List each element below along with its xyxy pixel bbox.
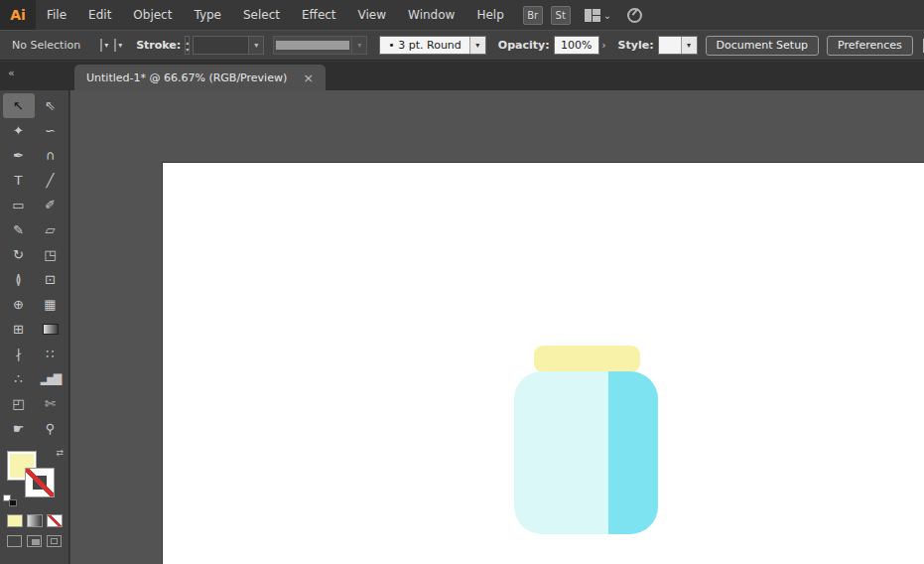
scale-tool[interactable]: ◳	[35, 242, 66, 267]
width-tool[interactable]: ≬	[3, 267, 35, 292]
menu-help[interactable]: Help	[465, 0, 514, 30]
brush-arrow-icon[interactable]: ▾	[469, 37, 485, 54]
artboard-icon: ◰	[12, 396, 24, 411]
lasso-tool[interactable]: ∽	[35, 118, 66, 143]
mesh-tool[interactable]: ⊞	[3, 317, 35, 342]
free-transform-tool[interactable]: ⊡	[35, 267, 66, 292]
fill-dropdown-icon[interactable]: ▾	[104, 41, 108, 50]
eyedropper-tool[interactable]: ∤	[3, 342, 35, 366]
draw-behind-button[interactable]	[27, 535, 42, 547]
collapse-toolbar-icon[interactable]: «	[8, 67, 15, 79]
arrange-documents-icon[interactable]	[585, 9, 600, 22]
symbol-sprayer-tool[interactable]: ∴	[3, 366, 35, 391]
document-tab[interactable]: Untitled-1* @ 66.67% (RGB/Preview) ×	[74, 65, 326, 90]
eraser-tool[interactable]: ▱	[35, 217, 66, 242]
menu-window[interactable]: Window	[397, 0, 465, 30]
gpu-performance-icon[interactable]	[627, 8, 642, 23]
fill-color-swatch[interactable]	[100, 39, 102, 52]
shape-builder-tool[interactable]: ⊕	[3, 292, 35, 317]
stepper-up-icon[interactable]: ▴	[186, 39, 189, 46]
illustrator-window: Ai File Edit Object Type Select Effect V…	[0, 0, 924, 564]
stroke-dropdown-icon[interactable]: ▾	[118, 41, 122, 50]
blend-tool[interactable]: ∷	[35, 342, 66, 366]
drawing-mode-buttons	[0, 527, 68, 547]
app-logo-text: Ai	[10, 7, 26, 23]
shaper-tool[interactable]: ✎	[3, 217, 35, 242]
stroke-weight-dropdown[interactable]: ▾	[193, 36, 264, 55]
rotate-tool[interactable]: ↻	[3, 242, 35, 267]
none-button[interactable]	[47, 514, 63, 527]
shape-builder-icon: ⊕	[13, 297, 24, 312]
menu-file[interactable]: File	[36, 0, 77, 30]
curvature-icon: ∩	[46, 148, 56, 163]
curvature-tool[interactable]: ∩	[35, 143, 66, 168]
default-stroke-square	[9, 499, 17, 506]
draw-inside-button[interactable]	[47, 535, 62, 547]
artboard-tool[interactable]: ◰	[3, 391, 35, 416]
mesh-icon: ⊞	[13, 322, 24, 337]
menu-object[interactable]: Object	[122, 0, 183, 30]
width-profile-preview	[274, 37, 351, 54]
line-segment-tool[interactable]: ╱	[35, 168, 66, 193]
color-mode-buttons	[0, 506, 68, 527]
stock-button[interactable]: St	[551, 6, 571, 25]
menu-view[interactable]: View	[347, 0, 397, 30]
document-setup-button[interactable]: Document Setup	[706, 36, 820, 56]
pen-tool[interactable]: ✒	[3, 143, 35, 168]
menu-type[interactable]: Type	[183, 0, 232, 30]
selection-tool[interactable]: ↖	[3, 93, 35, 118]
stroke-weight-arrow-icon[interactable]: ▾	[248, 37, 263, 54]
type-tool[interactable]: T	[3, 168, 35, 193]
slice-tool[interactable]: ✄	[35, 391, 66, 416]
brush-value: • 3 pt. Round	[380, 37, 469, 54]
menu-edit[interactable]: Edit	[77, 0, 122, 30]
magic-wand-tool[interactable]: ✦	[3, 118, 35, 143]
gradient-icon	[43, 324, 59, 335]
color-button[interactable]	[7, 514, 23, 527]
blend-icon: ∷	[46, 347, 54, 361]
style-arrow-icon[interactable]: ▾	[681, 37, 697, 54]
stepper-down-icon[interactable]: ▾	[186, 46, 189, 53]
control-bar: No Selection ▾ ▾ Stroke: ▴ ▾ ▾ ▾ • 3 pt.…	[0, 30, 924, 61]
bridge-button[interactable]: Br	[523, 6, 543, 25]
gradient-tool[interactable]	[35, 317, 66, 342]
jar-lid-shape[interactable]	[534, 346, 640, 372]
swap-fill-stroke-icon[interactable]: ⇄	[56, 448, 64, 458]
stroke-weight-stepper[interactable]: ▴ ▾	[185, 36, 190, 55]
hand-icon: ☛	[13, 421, 25, 436]
opacity-field[interactable]: 100%	[554, 36, 599, 55]
draw-normal-button[interactable]	[7, 535, 22, 547]
hand-tool[interactable]: ☛	[3, 416, 35, 441]
eraser-icon: ▱	[46, 222, 56, 237]
opacity-value[interactable]: 100%	[555, 37, 598, 54]
perspective-grid-tool[interactable]: ▦	[35, 292, 66, 317]
direct-selection-tool[interactable]: ⇖	[35, 93, 66, 118]
jar-body-shade-shape[interactable]	[608, 371, 658, 534]
draw-behind-glyph	[32, 539, 40, 545]
jar-body-shape[interactable]	[514, 371, 658, 534]
preferences-button[interactable]: Preferences	[827, 36, 913, 56]
paintbrush-tool[interactable]: ✐	[35, 193, 66, 217]
gradient-button[interactable]	[27, 514, 43, 527]
stroke-indicator-swatch[interactable]	[25, 468, 55, 497]
selection-icon: ↖	[13, 98, 24, 113]
menu-select[interactable]: Select	[232, 0, 291, 30]
pasteboard	[70, 90, 924, 564]
column-graph-tool[interactable]: ▂▅▇	[35, 366, 66, 391]
rotate-icon: ↻	[13, 247, 24, 262]
zoom-icon: ⚲	[46, 421, 56, 436]
lasso-icon: ∽	[45, 123, 56, 138]
tab-close-icon[interactable]: ×	[303, 71, 314, 84]
style-dropdown[interactable]: ▾	[658, 36, 698, 55]
artboard[interactable]	[163, 163, 924, 564]
workspace-chevron-icon[interactable]: ⌄	[603, 10, 611, 21]
opacity-menu-icon[interactable]: ›	[602, 40, 606, 51]
brush-dropdown[interactable]: • 3 pt. Round ▾	[379, 36, 486, 55]
default-fill-stroke-icon[interactable]	[3, 494, 17, 506]
rectangle-tool[interactable]: ▭	[3, 193, 35, 217]
stroke-color-swatch[interactable]	[114, 39, 116, 52]
menu-effect[interactable]: Effect	[291, 0, 347, 30]
zoom-tool[interactable]: ⚲	[35, 416, 66, 441]
pen-icon: ✒	[13, 148, 24, 163]
style-label: Style:	[618, 39, 654, 52]
